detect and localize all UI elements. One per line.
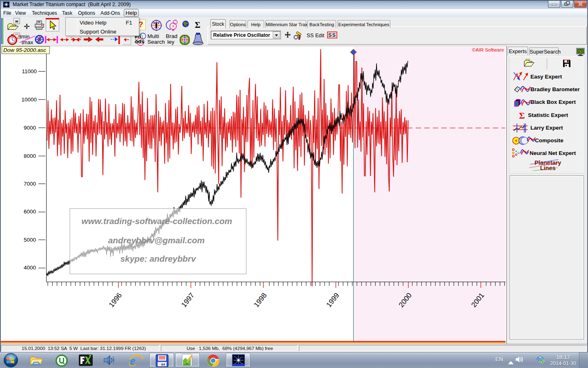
svg-text:1996: 1996 xyxy=(107,291,123,309)
svg-text:1999: 1999 xyxy=(325,291,341,309)
svg-text:9000: 9000 xyxy=(24,125,36,131)
svg-text:11000: 11000 xyxy=(22,68,37,74)
svg-text:andreybbrv@gmail.com: andreybbrv@gmail.com xyxy=(108,236,205,245)
svg-text:64: 64 xyxy=(161,363,165,366)
svg-text:ods: ods xyxy=(135,38,144,45)
svg-text:1997: 1997 xyxy=(180,291,196,309)
svg-text:tmax: tmax xyxy=(22,39,33,45)
svg-text:10000: 10000 xyxy=(21,96,37,103)
svg-text:6000: 6000 xyxy=(24,209,36,215)
svg-text:4000: 4000 xyxy=(24,265,36,271)
svg-text:www.trading-software-collectio: www.trading-software-collection.com xyxy=(82,216,232,226)
svg-text:skype: andreybbrv: skype: andreybbrv xyxy=(120,254,196,263)
svg-text:7000: 7000 xyxy=(24,181,36,187)
svg-text:1998: 1998 xyxy=(252,291,268,309)
svg-text:T: T xyxy=(154,21,159,30)
svg-text:5000: 5000 xyxy=(24,237,36,243)
svg-text:8000: 8000 xyxy=(24,153,36,159)
